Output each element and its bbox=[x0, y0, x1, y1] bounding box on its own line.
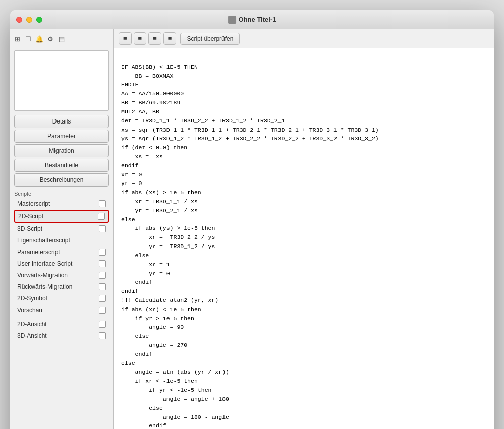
code-editor[interactable]: -- IF ABS(BB) < 1E-5 THEN BB = BOXMAX EN… bbox=[114, 48, 494, 429]
sidebar: ⊞ ☐ 🔔 ⚙ ▤ Details Parameter Migration Be… bbox=[10, 29, 114, 429]
sidebar-icon-row: ⊞ ☐ 🔔 ⚙ ▤ bbox=[10, 32, 113, 46]
sidebar-icon-4[interactable]: ⚙ bbox=[45, 34, 55, 44]
details-button[interactable]: Details bbox=[14, 115, 109, 128]
script-checkbox-parameter[interactable] bbox=[99, 249, 106, 256]
script-label: Parameterscript bbox=[17, 249, 60, 256]
thumbnail-preview bbox=[14, 50, 109, 111]
script-checkbox-2d[interactable] bbox=[98, 213, 105, 220]
sidebar-buttons: Details Parameter Migration Bestandteile… bbox=[10, 115, 113, 187]
view-label: 3D-Ansicht bbox=[17, 332, 47, 339]
sidebar-icon-5[interactable]: ▤ bbox=[57, 34, 67, 44]
script-label: Vorschau bbox=[17, 307, 42, 314]
beschreibungen-button[interactable]: Beschreibungen bbox=[14, 173, 109, 187]
traffic-lights bbox=[16, 17, 42, 23]
code-content: -- IF ABS(BB) < 1E-5 THEN BB = BOXMAX EN… bbox=[121, 54, 379, 429]
script-item-ui[interactable]: User Interface Script bbox=[14, 258, 109, 269]
view-checkbox-2d[interactable] bbox=[99, 321, 106, 328]
script-item-2dsymbol[interactable]: 2D-Symbol bbox=[14, 293, 109, 304]
migration-button[interactable]: Migration bbox=[14, 144, 109, 157]
script-item-rueckwaerts[interactable]: Rückwärts-Migration bbox=[14, 281, 109, 292]
maximize-button[interactable] bbox=[36, 17, 42, 23]
view-section: 2D-Ansicht 3D-Ansicht bbox=[10, 319, 113, 341]
check-script-button[interactable]: Script überprüfen bbox=[180, 33, 240, 45]
main-window: Ohne Titel-1 ⊞ ☐ 🔔 ⚙ ▤ Details Parameter… bbox=[10, 10, 494, 429]
script-label: Vorwärts-Migration bbox=[17, 272, 68, 279]
script-label: 2D-Symbol bbox=[17, 295, 47, 302]
toolbar-btn-3[interactable]: ≡ bbox=[148, 32, 161, 45]
script-label: User Interface Script bbox=[17, 260, 72, 267]
minimize-button[interactable] bbox=[26, 17, 32, 23]
script-item-eigenschaften[interactable]: Eigenschaftenscript bbox=[14, 235, 109, 246]
script-item-vorwaerts[interactable]: Vorwärts-Migration bbox=[14, 270, 109, 281]
script-label: Eigenschaftenscript bbox=[17, 237, 70, 244]
parameter-button[interactable]: Parameter bbox=[14, 130, 109, 143]
window-icon bbox=[228, 16, 236, 24]
script-checkbox-2dsymbol[interactable] bbox=[99, 295, 106, 302]
toolbar-btn-4[interactable]: ≡ bbox=[163, 32, 177, 45]
script-checkbox-vorwaerts[interactable] bbox=[99, 272, 106, 279]
toolbar: ≡ ≡ ≡ ≡ Script überprüfen bbox=[114, 29, 494, 48]
view-checkbox-3d[interactable] bbox=[99, 332, 106, 339]
script-item-2d[interactable]: 2D-Script bbox=[14, 210, 109, 223]
script-item-vorschau[interactable]: Vorschau bbox=[14, 304, 109, 316]
script-checkbox-ui[interactable] bbox=[99, 260, 106, 267]
sidebar-icon-2[interactable]: ☐ bbox=[23, 34, 33, 44]
script-checkbox-3d[interactable] bbox=[99, 225, 106, 232]
window-title: Ohne Titel-1 bbox=[228, 16, 276, 24]
script-checkbox-vorschau[interactable] bbox=[99, 307, 106, 314]
script-item-3d[interactable]: 3D-Script bbox=[14, 223, 109, 234]
view-item-2d[interactable]: 2D-Ansicht bbox=[14, 319, 109, 330]
sidebar-icon-3[interactable]: 🔔 bbox=[34, 34, 44, 44]
sidebar-icon-1[interactable]: ⊞ bbox=[12, 34, 22, 44]
view-list: 2D-Ansicht 3D-Ansicht bbox=[10, 319, 113, 341]
main-content: ⊞ ☐ 🔔 ⚙ ▤ Details Parameter Migration Be… bbox=[10, 29, 494, 429]
script-label: 3D-Script bbox=[17, 225, 42, 232]
titlebar: Ohne Titel-1 bbox=[10, 10, 494, 29]
view-item-3d[interactable]: 3D-Ansicht bbox=[14, 330, 109, 341]
content-area: ≡ ≡ ≡ ≡ Script überprüfen -- IF ABS(BB) … bbox=[114, 29, 494, 429]
script-label: 2D-Script bbox=[18, 213, 43, 220]
script-checkbox-rueckwaerts[interactable] bbox=[99, 283, 106, 290]
script-list: Masterscript 2D-Script 3D-Script Eigensc… bbox=[10, 198, 113, 316]
script-checkbox-masterscript[interactable] bbox=[99, 200, 106, 207]
bestandteile-button[interactable]: Bestandteile bbox=[14, 159, 109, 172]
close-button[interactable] bbox=[16, 17, 22, 23]
script-item-parameter[interactable]: Parameterscript bbox=[14, 247, 109, 258]
script-label: Rückwärts-Migration bbox=[17, 283, 72, 290]
toolbar-btn-1[interactable]: ≡ bbox=[119, 32, 132, 45]
script-label: Masterscript bbox=[17, 200, 50, 207]
script-item-masterscript[interactable]: Masterscript bbox=[14, 198, 109, 209]
scripts-section-label: Scripte bbox=[10, 187, 113, 198]
view-label: 2D-Ansicht bbox=[17, 321, 47, 328]
toolbar-btn-2[interactable]: ≡ bbox=[134, 32, 147, 45]
